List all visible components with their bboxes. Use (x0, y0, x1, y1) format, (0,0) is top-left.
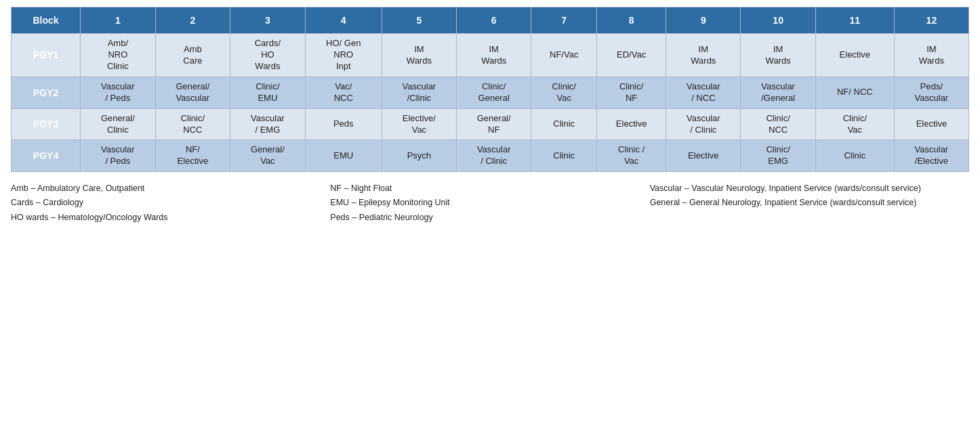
table-cell: ED/Vac (596, 34, 666, 77)
legend-col-2: NF – Night FloatEMU – Epilepsy Monitorin… (330, 181, 649, 225)
table-cell: Vascular/General (741, 77, 816, 108)
table-cell: Clinic/EMU (230, 77, 306, 108)
table-body: PGY1Amb/NROClinicAmbCareCards/HOWardsHO/… (12, 34, 969, 172)
legend-item: Peds – Pediatric Neurology (330, 211, 649, 225)
table-cell: Psych (382, 140, 456, 172)
table-cell: General/Vascular (155, 77, 230, 108)
table-cell: Elective (815, 34, 894, 77)
table-cell: IMWards (741, 34, 816, 77)
table-cell: Elective (596, 108, 666, 140)
table-cell: Peds (305, 108, 382, 140)
column-header: 4 (305, 7, 382, 34)
table-cell: Peds/Vascular (894, 77, 968, 108)
legend-col-3: Vascular – Vascular Neurology, Inpatient… (650, 181, 969, 225)
legend-item: HO wards – Hematology/Oncology Wards (11, 211, 330, 225)
table-cell: Vascular/ Clinic (666, 108, 741, 140)
table-cell: Clinic/EMG (741, 140, 816, 172)
table-cell: Vascular/ Clinic (456, 140, 531, 172)
column-header: 6 (456, 7, 531, 34)
table-cell: IMWards (666, 34, 741, 77)
table-cell: Vascular/Clinic (382, 77, 456, 108)
table-cell: IMWards (382, 34, 456, 77)
table-cell: NF/Elective (155, 140, 230, 172)
table-cell: Clinic /Vac (596, 140, 666, 172)
legend-col-1: Amb – Ambulatory Care, OutpatientCards –… (11, 181, 330, 225)
table-cell: Clinic/General (456, 77, 531, 108)
table-cell: General/Clinic (81, 108, 156, 140)
column-header: 3 (230, 7, 306, 34)
table-cell: HO/ GenNROInpt (305, 34, 382, 77)
table-cell: Amb/NROClinic (81, 34, 156, 77)
column-header: 9 (666, 7, 741, 34)
table-cell: General/Vac (230, 140, 306, 172)
table-cell: Vascular/Elective (894, 140, 968, 172)
legend-item: EMU – Epilepsy Monitoring Unit (330, 196, 649, 210)
table-row: PGY1Amb/NROClinicAmbCareCards/HOWardsHO/… (12, 34, 969, 77)
column-header: 12 (894, 7, 968, 34)
table-header-row: Block123456789101112 (12, 7, 969, 34)
table-cell: Vascular/ Peds (81, 77, 156, 108)
column-header: 11 (815, 7, 894, 34)
table-cell: NF/ NCC (815, 77, 894, 108)
table-cell: AmbCare (155, 34, 230, 77)
table-cell: General/NF (456, 108, 531, 140)
table-cell: Clinic (531, 140, 596, 172)
table-cell: Vac/NCC (305, 77, 382, 108)
table-row: PGY2Vascular/ PedsGeneral/VascularClinic… (12, 77, 969, 108)
column-header: 5 (382, 7, 456, 34)
table-cell: Clinic/NF (596, 77, 666, 108)
row-label: PGY3 (12, 108, 81, 140)
table-cell: Clinic (815, 140, 894, 172)
table-cell: Clinic/NCC (155, 108, 230, 140)
schedule-table: Block123456789101112 PGY1Amb/NROClinicAm… (11, 7, 969, 172)
row-label: PGY2 (12, 77, 81, 108)
table-cell: Clinic/Vac (815, 108, 894, 140)
table-cell: NF/Vac (531, 34, 596, 77)
table-cell: Elective (894, 108, 968, 140)
column-header: 2 (155, 7, 230, 34)
legend-item: Vascular – Vascular Neurology, Inpatient… (650, 181, 969, 196)
table-cell: EMU (305, 140, 382, 172)
table-cell: Clinic (531, 108, 596, 140)
table-cell: Clinic/NCC (741, 108, 816, 140)
table-cell: Vascular/ EMG (230, 108, 306, 140)
table-cell: Clinic/Vac (531, 77, 596, 108)
legend-item: NF – Night Float (330, 181, 649, 196)
legend-item: Amb – Ambulatory Care, Outpatient (11, 181, 330, 196)
table-cell: Elective/Vac (382, 108, 456, 140)
legend-item: General – General Neurology, Inpatient S… (650, 196, 969, 210)
column-header: 1 (81, 7, 156, 34)
table-cell: Vascular/ Peds (81, 140, 156, 172)
legend-item: Cards – Cardiology (11, 196, 330, 210)
column-header: 7 (531, 7, 596, 34)
table-row: PGY3General/ClinicClinic/NCCVascular/ EM… (12, 108, 969, 140)
column-header: 8 (596, 7, 666, 34)
table-cell: Cards/HOWards (230, 34, 306, 77)
table-cell: Elective (666, 140, 741, 172)
table-row: PGY4Vascular/ PedsNF/ElectiveGeneral/Vac… (12, 140, 969, 172)
column-header: Block (12, 7, 81, 34)
column-header: 10 (741, 7, 816, 34)
table-cell: Vascular/ NCC (666, 77, 741, 108)
legend: Amb – Ambulatory Care, OutpatientCards –… (11, 181, 969, 225)
table-cell: IMWards (456, 34, 531, 77)
row-label: PGY4 (12, 140, 81, 172)
table-cell: IMWards (894, 34, 968, 77)
row-label: PGY1 (12, 34, 81, 77)
